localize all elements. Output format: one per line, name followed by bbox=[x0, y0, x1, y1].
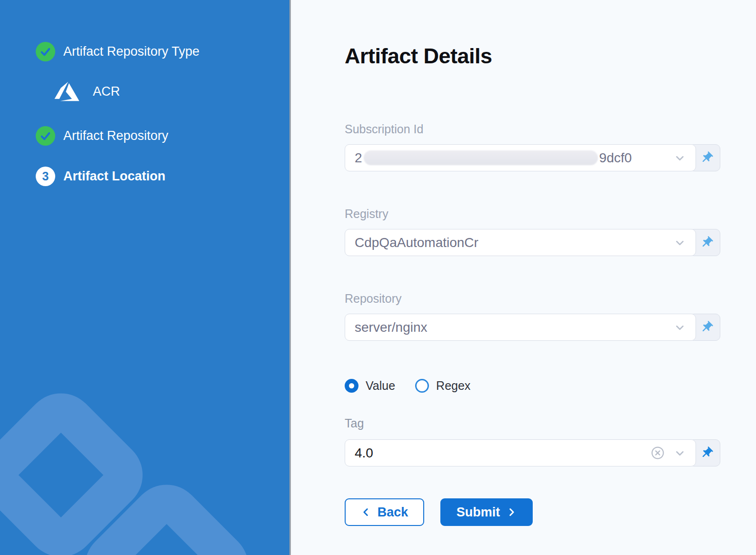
pin-icon bbox=[700, 446, 714, 460]
tag-input[interactable] bbox=[355, 446, 650, 461]
chevron-left-icon bbox=[361, 507, 371, 517]
wizard-sidebar: Artifact Repository Type ACR Artifact Re… bbox=[0, 0, 289, 555]
registry-field: CdpQaAutomationCr bbox=[345, 229, 720, 256]
registry-value: CdpQaAutomationCr bbox=[355, 235, 478, 250]
pin-icon bbox=[700, 320, 714, 334]
registry-label: Registry bbox=[345, 207, 388, 221]
artifact-wizard: Artifact Repository Type ACR Artifact Re… bbox=[0, 0, 756, 555]
sidebar-divider bbox=[289, 0, 291, 555]
back-button[interactable]: Back bbox=[345, 498, 424, 526]
tag-input-wrap bbox=[345, 439, 696, 466]
subscription-id-select[interactable]: 2 9dcf0 bbox=[345, 144, 696, 171]
regex-radio-label: Regex bbox=[436, 379, 470, 393]
step-complete-check-icon bbox=[36, 126, 55, 146]
step-artifact-repository-type[interactable]: Artifact Repository Type bbox=[36, 42, 199, 61]
repository-field: server/nginx bbox=[345, 314, 720, 341]
submit-button-label: Submit bbox=[457, 505, 500, 520]
tag-label: Tag bbox=[345, 416, 364, 430]
azure-logo-icon bbox=[53, 79, 80, 104]
chevron-down-icon[interactable] bbox=[674, 321, 686, 334]
subscription-id-field: 2 9dcf0 bbox=[345, 144, 720, 171]
value-radio-label: Value bbox=[366, 379, 395, 393]
chevron-down-icon[interactable] bbox=[674, 152, 686, 164]
pin-icon bbox=[700, 236, 714, 249]
subscription-id-value-start: 2 bbox=[355, 150, 362, 166]
repository-value: server/nginx bbox=[355, 320, 428, 335]
step-label: Artifact Location bbox=[63, 169, 166, 184]
registry-select[interactable]: CdpQaAutomationCr bbox=[345, 229, 696, 256]
subscription-id-label: Subscription Id bbox=[345, 122, 423, 136]
step-number-badge: 3 bbox=[36, 167, 55, 186]
tag-field bbox=[345, 439, 720, 466]
repository-label: Repository bbox=[345, 292, 402, 306]
repo-type-label: ACR bbox=[93, 84, 120, 99]
step-artifact-location[interactable]: 3 Artifact Location bbox=[36, 167, 166, 186]
selected-repo-type-acr[interactable]: ACR bbox=[53, 79, 120, 104]
clear-icon[interactable] bbox=[650, 446, 665, 460]
subscription-id-value-end: 9dcf0 bbox=[599, 150, 632, 166]
regex-radio[interactable] bbox=[415, 379, 429, 393]
back-button-label: Back bbox=[378, 505, 408, 520]
chevron-down-icon[interactable] bbox=[674, 237, 686, 249]
step-artifact-repository[interactable]: Artifact Repository bbox=[36, 126, 169, 146]
match-mode-radio-group: Value Regex bbox=[345, 379, 470, 393]
value-radio[interactable] bbox=[345, 379, 358, 393]
page-title: Artifact Details bbox=[345, 44, 492, 69]
repository-select[interactable]: server/nginx bbox=[345, 314, 696, 341]
chevron-down-icon[interactable] bbox=[674, 447, 686, 459]
step-complete-check-icon bbox=[36, 42, 55, 61]
redacted-value-blur bbox=[364, 150, 598, 165]
chevron-right-icon bbox=[506, 507, 517, 517]
step-label: Artifact Repository Type bbox=[63, 44, 199, 59]
pin-icon bbox=[700, 151, 714, 165]
submit-button[interactable]: Submit bbox=[440, 498, 533, 526]
step-label: Artifact Repository bbox=[63, 129, 169, 143]
